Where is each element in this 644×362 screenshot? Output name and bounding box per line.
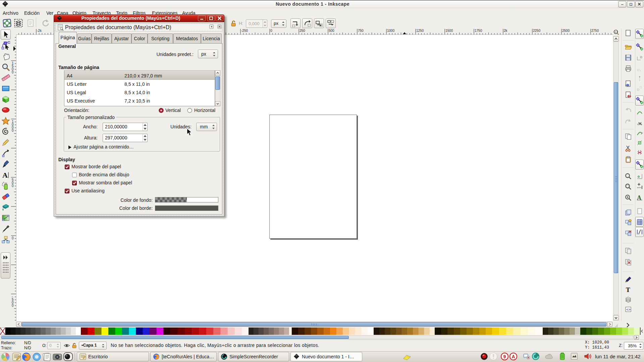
svg-text:0: 0: [12, 184, 14, 188]
svg-text:-250: -250: [241, 29, 248, 33]
svg-text:500: 500: [329, 29, 334, 33]
svg-text:750: 750: [358, 29, 364, 33]
svg-text:250: 250: [300, 29, 305, 33]
svg-text:0: 0: [270, 29, 272, 33]
svg-text:2500: 2500: [562, 29, 570, 33]
svg-text:0: 0: [12, 304, 14, 307]
svg-text:0: 0: [12, 129, 14, 132]
svg-text:1750: 1750: [475, 29, 482, 33]
svg-text:0: 0: [12, 236, 14, 240]
svg-text:T: T: [626, 286, 630, 293]
svg-text:A: A: [2, 171, 8, 179]
svg-text:9: 9: [503, 354, 506, 359]
svg-text:-2k: -2k: [37, 29, 42, 33]
svg-text:1000: 1000: [387, 29, 395, 33]
svg-text:A: A: [512, 354, 515, 359]
svg-text:2k: 2k: [504, 29, 508, 33]
svg-text:<>: <>: [626, 308, 631, 312]
svg-text:2750: 2750: [591, 29, 599, 33]
svg-text:1500: 1500: [445, 29, 453, 33]
svg-text:1:1: 1:1: [614, 31, 618, 33]
svg-text:2250: 2250: [533, 29, 541, 33]
svg-text:1250: 1250: [416, 29, 424, 33]
svg-text:0: 0: [12, 70, 14, 74]
